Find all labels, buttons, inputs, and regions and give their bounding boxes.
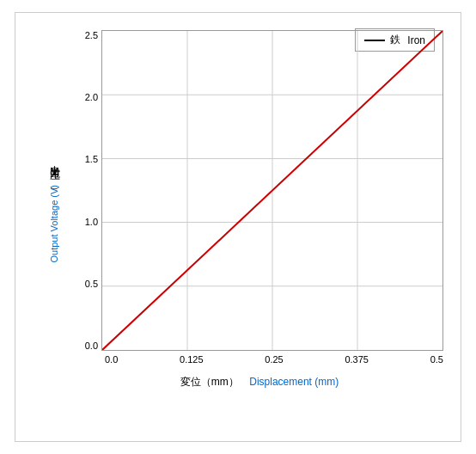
x-tick-0_5: 0.5: [430, 354, 443, 365]
x-axis-label-container: 変位（mm） Displacement (mm): [76, 373, 443, 390]
y-tick-labels: 2.5 2.0 1.5 1.0 0.5 0.0: [76, 30, 101, 351]
plot-row: 2.5 2.0 1.5 1.0 0.5 0.0: [76, 30, 443, 351]
chart-plot: [101, 30, 443, 351]
y-tick-1_0: 1.0: [85, 217, 98, 227]
y-tick-0_5: 0.5: [85, 279, 98, 289]
y-tick-2_0: 2.0: [85, 92, 98, 102]
y-tick-1_5: 1.5: [85, 154, 98, 164]
x-tick-0_25: 0.25: [265, 354, 283, 365]
x-tick-0_375: 0.375: [345, 354, 369, 365]
x-tick-labels: 0.0 0.125 0.25 0.375 0.5: [76, 351, 443, 365]
chart-inner: 出力電圧（V） Output Voltage (V) 2.5 2.0 1.5 1…: [15, 13, 461, 441]
x-axis-label-en: Displacement (mm): [249, 376, 339, 388]
x-tick-0_125: 0.125: [180, 354, 204, 365]
y-axis-label: 出力電圧（V） Output Voltage (V): [33, 30, 76, 390]
y-tick-0_0: 0.0: [85, 340, 98, 351]
chart-area-wrapper: 2.5 2.0 1.5 1.0 0.5 0.0: [76, 30, 443, 390]
chart-container: 鉄 Iron 出力電圧（V） Output Voltage (V) 2.5 2.…: [15, 12, 461, 442]
y-axis-label-jp: 出力電圧（V）: [47, 157, 62, 181]
chart-svg: [102, 31, 442, 350]
x-axis-label-jp: 変位（mm）: [180, 376, 239, 388]
y-axis-label-en: Output Voltage (V): [49, 185, 59, 263]
y-tick-2_5: 2.5: [85, 30, 98, 40]
x-tick-0_0: 0.0: [105, 354, 118, 365]
